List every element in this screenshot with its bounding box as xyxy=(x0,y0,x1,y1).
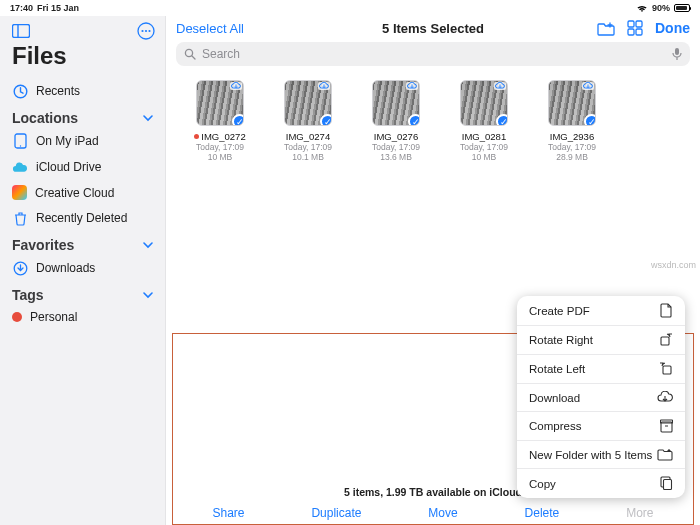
selected-check-icon: ✓ xyxy=(232,114,244,126)
toolbar: Deselect All 5 Items Selected Done xyxy=(166,16,700,38)
file-name: IMG_0272 xyxy=(194,131,245,142)
file-thumbnail[interactable]: ✓ xyxy=(372,80,420,126)
chevron-down-icon xyxy=(143,242,153,249)
content-pane: Deselect All 5 Items Selected Done Searc… xyxy=(166,16,700,525)
duplicate-button[interactable]: Duplicate xyxy=(311,506,361,520)
more-options-icon[interactable] xyxy=(137,22,155,40)
context-menu-label: Compress xyxy=(529,420,581,432)
selected-check-icon: ✓ xyxy=(320,114,332,126)
sidebar-item-downloads[interactable]: Downloads xyxy=(0,255,165,281)
file-thumbnail[interactable]: ✓ xyxy=(284,80,332,126)
svg-point-3 xyxy=(141,30,143,32)
section-header-tags[interactable]: Tags xyxy=(0,281,165,305)
sidebar-item-on-my-ipad[interactable]: On My iPad xyxy=(0,128,165,154)
svg-point-4 xyxy=(145,30,147,32)
cloud-status-icon xyxy=(318,82,330,90)
file-item[interactable]: ✓ IMG_0281 Today, 17:09 10 MB xyxy=(448,80,520,162)
chevron-down-icon xyxy=(143,115,153,122)
context-menu: Create PDFRotate RightRotate LeftDownloa… xyxy=(517,296,685,498)
creative-cloud-icon xyxy=(12,185,27,200)
move-button[interactable]: Move xyxy=(428,506,457,520)
svg-point-14 xyxy=(185,49,192,56)
context-menu-item[interactable]: Rotate Left xyxy=(517,355,685,384)
svg-rect-0 xyxy=(13,25,30,38)
file-size: 10 MB xyxy=(472,152,497,162)
context-menu-label: Create PDF xyxy=(529,305,590,317)
annotation-box: 5 items, 1.99 TB available on iCloud Sha… xyxy=(172,333,694,525)
svg-line-15 xyxy=(192,56,195,59)
sidebar-item-recents[interactable]: Recents xyxy=(0,78,165,104)
context-menu-label: Copy xyxy=(529,478,556,490)
rotate-left-icon xyxy=(659,362,673,376)
sidebar-collapse-icon[interactable] xyxy=(12,24,30,38)
document-icon xyxy=(660,303,673,318)
archive-icon xyxy=(660,419,673,433)
context-menu-item[interactable]: New Folder with 5 Items xyxy=(517,441,685,469)
sidebar-title: Files xyxy=(0,42,165,78)
file-time: Today, 17:09 xyxy=(196,142,244,152)
cloud-status-icon xyxy=(406,82,418,90)
cloud-status-icon xyxy=(230,82,242,90)
svg-rect-16 xyxy=(675,48,679,55)
context-menu-label: Download xyxy=(529,392,580,404)
context-menu-label: New Folder with 5 Items xyxy=(529,449,652,461)
new-folder-icon[interactable] xyxy=(597,21,615,36)
file-name: IMG_0281 xyxy=(462,131,506,142)
view-grid-icon[interactable] xyxy=(627,20,643,36)
context-menu-label: Rotate Right xyxy=(529,334,593,346)
sidebar-item-creative-cloud[interactable]: Creative Cloud xyxy=(0,180,165,205)
more-button[interactable]: More xyxy=(626,506,653,520)
search-icon xyxy=(184,48,196,60)
mic-icon[interactable] xyxy=(672,47,682,61)
file-time: Today, 17:09 xyxy=(284,142,332,152)
section-header-locations[interactable]: Locations xyxy=(0,104,165,128)
sidebar-item-tag-personal[interactable]: Personal xyxy=(0,305,165,329)
file-grid: ✓ IMG_0272 Today, 17:09 10 MB ✓ IMG_0274… xyxy=(166,72,700,170)
svg-point-8 xyxy=(19,145,20,146)
tag-dot-icon xyxy=(12,312,22,322)
done-button[interactable]: Done xyxy=(655,20,690,36)
sidebar-item-label: Recents xyxy=(36,84,80,98)
selected-check-icon: ✓ xyxy=(584,114,596,126)
tag-dot-icon xyxy=(194,134,199,139)
sidebar-item-recently-deleted[interactable]: Recently Deleted xyxy=(0,205,165,231)
selected-check-icon: ✓ xyxy=(496,114,508,126)
chevron-down-icon xyxy=(143,292,153,299)
context-menu-item[interactable]: Compress xyxy=(517,412,685,441)
file-time: Today, 17:09 xyxy=(372,142,420,152)
download-icon xyxy=(12,260,28,276)
file-item[interactable]: ✓ IMG_0274 Today, 17:09 10.1 MB xyxy=(272,80,344,162)
sidebar-item-icloud-drive[interactable]: iCloud Drive xyxy=(0,154,165,180)
file-size: 10.1 MB xyxy=(292,152,324,162)
file-item[interactable]: ✓ IMG_0272 Today, 17:09 10 MB xyxy=(184,80,256,162)
section-header-favorites[interactable]: Favorites xyxy=(0,231,165,255)
file-thumbnail[interactable]: ✓ xyxy=(196,80,244,126)
file-thumbnail[interactable]: ✓ xyxy=(548,80,596,126)
sidebar-item-label: Personal xyxy=(30,310,77,324)
file-name: IMG_2936 xyxy=(550,131,594,142)
file-name: IMG_0276 xyxy=(374,131,418,142)
clock-icon xyxy=(12,83,28,99)
battery-percent: 90% xyxy=(652,3,670,13)
file-thumbnail[interactable]: ✓ xyxy=(460,80,508,126)
sidebar: Files Recents Locations On My iPad iClou… xyxy=(0,16,166,525)
file-size: 10 MB xyxy=(208,152,233,162)
context-menu-item[interactable]: Download xyxy=(517,384,685,412)
search-input[interactable]: Search xyxy=(176,42,690,66)
file-item[interactable]: ✓ IMG_2936 Today, 17:09 28.9 MB xyxy=(536,80,608,162)
wifi-icon xyxy=(636,4,648,13)
file-size: 13.6 MB xyxy=(380,152,412,162)
context-menu-item[interactable]: Rotate Right xyxy=(517,326,685,355)
rotate-right-icon xyxy=(659,333,673,347)
svg-rect-22 xyxy=(664,480,672,490)
share-button[interactable]: Share xyxy=(212,506,244,520)
context-menu-item[interactable]: Create PDF xyxy=(517,296,685,326)
file-item[interactable]: ✓ IMG_0276 Today, 17:09 13.6 MB xyxy=(360,80,432,162)
deselect-all-button[interactable]: Deselect All xyxy=(176,21,244,36)
delete-button[interactable]: Delete xyxy=(525,506,560,520)
svg-rect-17 xyxy=(661,337,669,345)
sidebar-item-label: Creative Cloud xyxy=(35,186,114,200)
svg-rect-13 xyxy=(636,29,642,35)
context-menu-item[interactable]: Copy xyxy=(517,469,685,498)
download-cloud-icon xyxy=(657,391,673,404)
